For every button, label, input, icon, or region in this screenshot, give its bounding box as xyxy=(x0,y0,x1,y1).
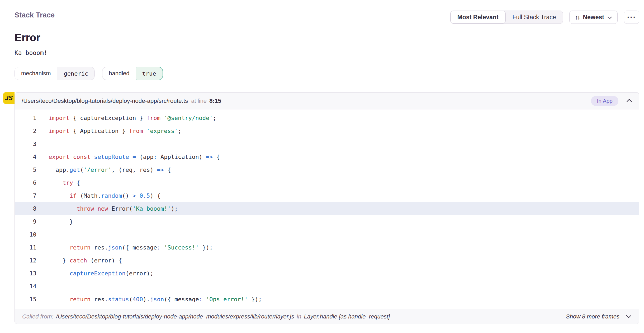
sort-label: Newest xyxy=(583,14,604,21)
display-mode-segmented-control: Most Relevant Full Stack Trace xyxy=(450,11,563,24)
code-line: throw new Error('Ka booom!'); xyxy=(36,205,178,212)
code-line: app.get('/error', (req, res) => { xyxy=(36,166,171,173)
stack-frame: JS /Users/teco/Desktop/blog-tutorials/de… xyxy=(15,92,639,324)
error-message: Ka booom! xyxy=(15,49,639,56)
line-number: 5 xyxy=(15,166,36,173)
caller-file-path: /Users/teco/Desktop/blog-tutorials/deplo… xyxy=(56,313,294,320)
chevron-up-icon[interactable] xyxy=(626,99,632,103)
show-more-frames-button[interactable]: Show 8 more frames xyxy=(566,313,632,320)
javascript-platform-badge: JS xyxy=(3,92,15,104)
line-number: 3 xyxy=(15,141,36,147)
tab-full-stack-trace[interactable]: Full Stack Trace xyxy=(506,11,563,24)
in-app-badge: In App xyxy=(591,96,618,106)
tag-handled[interactable]: handled true xyxy=(102,67,163,80)
frame-line-ref: 8:15 xyxy=(209,98,221,104)
line-number: 10 xyxy=(15,231,36,238)
called-from-label: Called from: xyxy=(22,313,54,320)
frame-panel: /Users/teco/Desktop/blog-tutorials/deplo… xyxy=(15,92,639,324)
code-line: try { xyxy=(36,179,80,186)
section-title: Stack Trace xyxy=(15,11,55,19)
code-line-row: 5 app.get('/error', (req, res) => { xyxy=(15,163,639,176)
line-number: 11 xyxy=(15,244,36,251)
line-number: 12 xyxy=(15,257,36,264)
code-line-row: 10 xyxy=(15,228,639,241)
line-number: 4 xyxy=(15,154,36,160)
code-line-row: 2import { Application } from 'express'; xyxy=(15,124,639,137)
line-number: 14 xyxy=(15,283,36,290)
tag-value: true xyxy=(136,67,163,80)
line-number: 13 xyxy=(15,270,36,277)
line-number: 1 xyxy=(15,115,36,121)
chevron-down-icon xyxy=(607,14,612,21)
code-line-row: 3 xyxy=(15,137,639,150)
sort-arrows-icon: ↑↓ xyxy=(575,13,579,21)
code-line: return res.json({ message: 'Success!' })… xyxy=(36,244,213,251)
frame-header[interactable]: /Users/teco/Desktop/blog-tutorials/deplo… xyxy=(15,92,639,109)
line-number: 7 xyxy=(15,192,36,199)
section-header-row: Stack Trace Most Relevant Full Stack Tra… xyxy=(15,10,639,24)
code-line-row: 8 throw new Error('Ka booom!'); xyxy=(15,202,639,215)
line-number: 6 xyxy=(15,179,36,186)
in-label: in xyxy=(297,313,301,320)
more-options-button[interactable]: ··· xyxy=(624,11,639,24)
code-line: import { Application } from 'express'; xyxy=(36,128,181,134)
code-line-row: 6 try { xyxy=(15,176,639,189)
code-line: export const setupRoute = (app: Applicat… xyxy=(36,154,220,160)
tag-key: handled xyxy=(102,67,136,80)
code-line-row: 11 return res.json({ message: 'Success!'… xyxy=(15,241,639,254)
tag-value: generic xyxy=(57,67,94,80)
error-type-title: Error xyxy=(15,32,639,44)
code-line-row: 1import { captureException } from '@sent… xyxy=(15,112,639,124)
line-number: 8 xyxy=(15,205,36,212)
frame-footer: Called from: /Users/teco/Desktop/blog-tu… xyxy=(15,309,639,324)
tag-mechanism[interactable]: mechanism generic xyxy=(15,67,95,80)
show-more-label: Show 8 more frames xyxy=(566,313,619,320)
frame-file-path: /Users/teco/Desktop/blog-tutorials/deplo… xyxy=(22,98,188,104)
code-line-row: 9 } xyxy=(15,215,639,228)
at-line-label: at line xyxy=(191,98,207,104)
code-line: if (Math.random() > 0.5) { xyxy=(36,192,160,199)
code-line-row: 4export const setupRoute = (app: Applica… xyxy=(15,150,639,163)
code-line: captureException(error); xyxy=(36,270,153,277)
code-line-row: 12 } catch (error) { xyxy=(15,254,639,267)
chevron-down-icon xyxy=(626,313,632,320)
line-number: 9 xyxy=(15,218,36,225)
code-line: return res.status(400).json({ message: '… xyxy=(36,296,262,303)
code-line-row: 7 if (Math.random() > 0.5) { xyxy=(15,189,639,202)
code-line-row: 15 return res.status(400).json({ message… xyxy=(15,293,639,306)
sort-dropdown-button[interactable]: ↑↓ Newest xyxy=(569,11,618,24)
caller-function-name: Layer.handle [as handle_request] xyxy=(304,313,390,320)
stack-trace-controls: Most Relevant Full Stack Trace ↑↓ Newest… xyxy=(450,6,639,24)
code-line: import { captureException } from '@sentr… xyxy=(36,115,216,121)
line-number: 15 xyxy=(15,296,36,303)
code-line-row: 13 captureException(error); xyxy=(15,267,639,280)
code-line-row: 14 xyxy=(15,280,639,293)
frame-header-right: In App xyxy=(591,96,632,106)
stack-trace-section: Stack Trace Most Relevant Full Stack Tra… xyxy=(0,0,644,324)
line-number: 2 xyxy=(15,128,36,134)
tag-list: mechanism generic handled true xyxy=(15,67,639,80)
tab-most-relevant[interactable]: Most Relevant xyxy=(451,11,506,24)
code-lines: 1import { captureException } from '@sent… xyxy=(15,109,639,309)
code-line: } xyxy=(36,218,73,225)
code-line: } catch (error) { xyxy=(36,257,122,264)
tag-key: mechanism xyxy=(15,67,57,80)
